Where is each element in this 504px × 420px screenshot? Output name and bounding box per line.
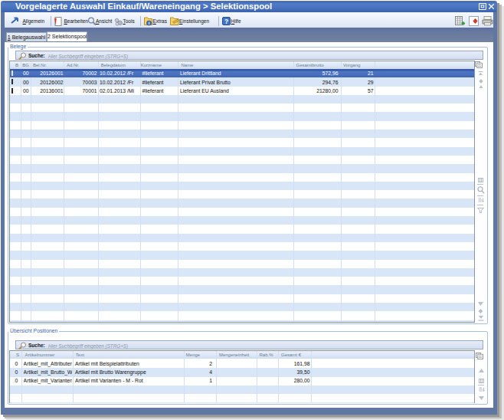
svg-text:?: ? [224,18,227,25]
